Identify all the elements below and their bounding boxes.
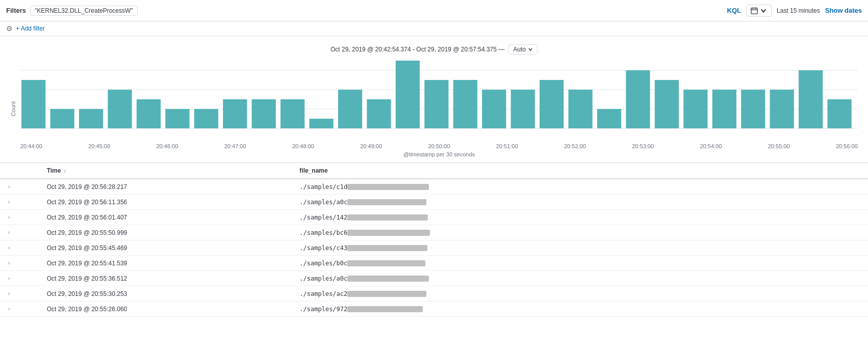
svg-rect-37 xyxy=(741,90,765,128)
chart-time-range: Oct 29, 2019 @ 20:42:54.374 - Oct 29, 20… xyxy=(10,44,858,54)
expand-cell: › xyxy=(0,271,41,286)
table-row: ›Oct 29, 2019 @ 20:56:01.407./samples/14… xyxy=(0,210,868,225)
time-col-header[interactable]: Time ↕ xyxy=(41,163,294,179)
expand-button[interactable]: › xyxy=(6,229,12,236)
x-axis-label: @timestamp per 30 seconds xyxy=(20,151,858,157)
time-cell: Oct 29, 2019 @ 20:55:45.469 xyxy=(41,240,294,256)
add-filter-bar: ⚙ + Add filter xyxy=(0,21,868,36)
chart-range-text: Oct 29, 2019 @ 20:42:54.374 - Oct 29, 20… xyxy=(330,46,504,53)
expand-button[interactable]: › xyxy=(6,259,12,267)
file-name-cell: ./samples/142 xyxy=(293,210,868,225)
auto-select[interactable]: Auto xyxy=(508,44,538,54)
filter-pill[interactable]: "KERNEL32.DLL_CreateProcessW" xyxy=(30,6,138,16)
expand-cell: › xyxy=(0,179,41,195)
svg-rect-31 xyxy=(568,90,592,128)
file-prefix: ./samples/c1d xyxy=(299,183,347,190)
svg-rect-32 xyxy=(597,109,621,128)
time-cell: Oct 29, 2019 @ 20:56:01.407 xyxy=(41,210,294,225)
file-name-cell: ./samples/c43 xyxy=(293,240,868,256)
file-prefix: ./samples/a0c xyxy=(299,199,347,206)
file-blurred xyxy=(347,276,429,282)
file-blurred xyxy=(347,245,427,251)
filters-left: Filters "KERNEL32.DLL_CreateProcessW" xyxy=(6,6,138,16)
file-prefix: ./samples/bc6 xyxy=(299,229,347,236)
file-prefix: ./samples/c43 xyxy=(299,244,347,252)
file-name-col-header: file_name xyxy=(293,163,868,179)
expand-cell: › xyxy=(0,195,41,210)
svg-rect-24 xyxy=(367,99,391,128)
svg-rect-12 xyxy=(21,80,45,128)
expand-col-header xyxy=(0,163,41,179)
file-name-cell: ./samples/ac2 xyxy=(293,286,868,302)
expand-button[interactable]: › xyxy=(6,198,12,206)
table-header-row: Time ↕ file_name xyxy=(0,163,868,179)
expand-button[interactable]: › xyxy=(6,244,12,252)
filters-label: Filters xyxy=(6,7,26,14)
svg-rect-38 xyxy=(770,90,794,128)
file-prefix: ./samples/972 xyxy=(299,306,347,313)
file-prefix: ./samples/142 xyxy=(299,214,347,221)
time-picker[interactable] xyxy=(746,5,772,17)
filters-right: KQL Last 15 minutes Show dates xyxy=(727,5,862,17)
time-cell: Oct 29, 2019 @ 20:55:50.999 xyxy=(41,225,294,240)
chevron-down-icon xyxy=(760,7,767,14)
table-row: ›Oct 29, 2019 @ 20:56:11.356./samples/a0… xyxy=(0,195,868,210)
add-filter-button[interactable]: + Add filter xyxy=(16,25,45,32)
gear-icon[interactable]: ⚙ xyxy=(6,24,13,33)
time-range-text: Last 15 minutes xyxy=(777,7,820,14)
time-cell: Oct 29, 2019 @ 20:55:41.539 xyxy=(41,256,294,271)
y-axis-label: Count xyxy=(10,101,16,116)
svg-rect-34 xyxy=(655,80,679,128)
expand-cell: › xyxy=(0,210,41,225)
table-row: ›Oct 29, 2019 @ 20:55:50.999./samples/bc… xyxy=(0,225,868,240)
file-blurred xyxy=(347,184,429,190)
time-cell: Oct 29, 2019 @ 20:55:26.060 xyxy=(41,302,294,317)
svg-rect-30 xyxy=(540,80,564,128)
svg-rect-16 xyxy=(137,99,161,128)
table-row: ›Oct 29, 2019 @ 20:55:41.539./samples/b0… xyxy=(0,256,868,271)
file-name-cell: ./samples/a0c xyxy=(293,271,868,286)
file-blurred xyxy=(347,214,428,221)
table-row: ›Oct 29, 2019 @ 20:55:30.253./samples/ac… xyxy=(0,286,868,302)
expand-cell: › xyxy=(0,302,41,317)
file-name-cell: ./samples/a0c xyxy=(293,195,868,210)
time-cell: Oct 29, 2019 @ 20:55:30.253 xyxy=(41,286,294,302)
time-cell: Oct 29, 2019 @ 20:56:28.217 xyxy=(41,179,294,195)
show-dates-button[interactable]: Show dates xyxy=(825,7,862,14)
file-blurred xyxy=(347,306,423,312)
table-row: ›Oct 29, 2019 @ 20:55:45.469./samples/c4… xyxy=(0,240,868,256)
svg-rect-21 xyxy=(280,99,304,128)
svg-rect-17 xyxy=(165,109,189,128)
file-name-cell: ./samples/bc6 xyxy=(293,225,868,240)
svg-rect-18 xyxy=(194,109,218,128)
results-table: Time ↕ file_name ›Oct 29, 2019 @ 20:56:2… xyxy=(0,163,868,317)
table-header: Time ↕ file_name xyxy=(0,163,868,179)
histogram-chart[interactable]: 0 2 4 6 xyxy=(20,61,858,142)
svg-rect-13 xyxy=(50,109,74,128)
table-row: ›Oct 29, 2019 @ 20:55:26.060./samples/97… xyxy=(0,302,868,317)
expand-button[interactable]: › xyxy=(6,213,12,221)
kql-button[interactable]: KQL xyxy=(727,7,741,14)
chart-inner: 0 2 4 6 xyxy=(20,61,858,157)
svg-rect-14 xyxy=(79,109,103,128)
auto-chevron-icon xyxy=(528,47,533,52)
expand-button[interactable]: › xyxy=(6,305,12,313)
time-cell: Oct 29, 2019 @ 20:55:36.512 xyxy=(41,271,294,286)
expand-cell: › xyxy=(0,286,41,302)
chart-container: Oct 29, 2019 @ 20:42:54.374 - Oct 29, 20… xyxy=(0,36,868,163)
svg-rect-28 xyxy=(482,90,506,128)
svg-rect-35 xyxy=(683,90,707,128)
svg-rect-19 xyxy=(223,99,247,128)
expand-cell: › xyxy=(0,256,41,271)
table-body: ›Oct 29, 2019 @ 20:56:28.217./samples/c1… xyxy=(0,179,868,317)
sort-icon: ↕ xyxy=(64,168,66,174)
file-blurred xyxy=(347,199,426,205)
svg-rect-39 xyxy=(799,70,823,128)
table-row: ›Oct 29, 2019 @ 20:56:28.217./samples/c1… xyxy=(0,179,868,195)
file-prefix: ./samples/ac2 xyxy=(299,290,347,297)
svg-rect-36 xyxy=(712,90,736,128)
svg-rect-29 xyxy=(511,90,535,128)
expand-button[interactable]: › xyxy=(6,183,12,190)
expand-button[interactable]: › xyxy=(6,290,12,297)
expand-button[interactable]: › xyxy=(6,275,12,282)
